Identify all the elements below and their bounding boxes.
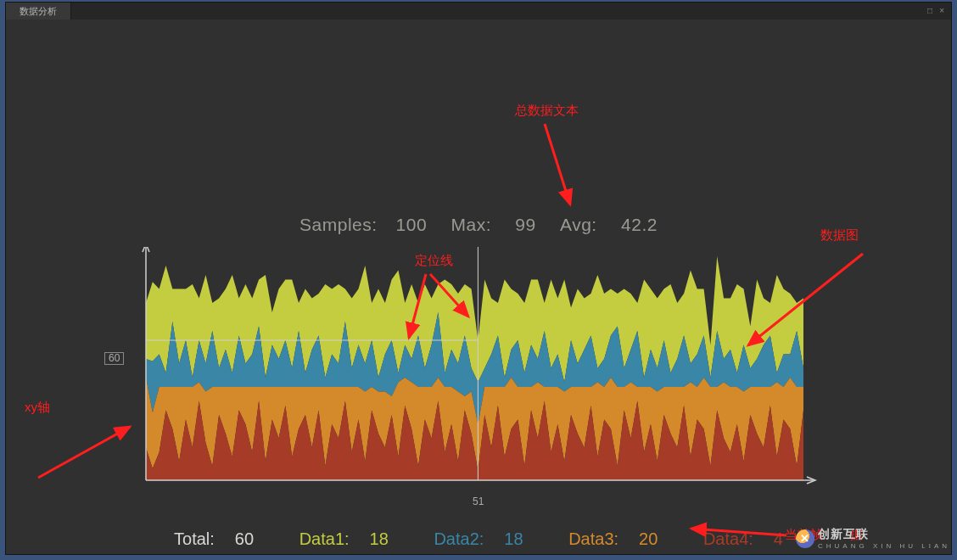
annot-summary: 总数据文本 <box>515 103 579 119</box>
avg-stat: Avg: 42.2 <box>560 215 658 234</box>
window: 数据分析 □ × Samples:100 Max: 99 Avg: 42.2 <box>5 2 952 555</box>
chart-svg <box>137 247 820 493</box>
tab-label: 数据分析 <box>20 7 57 16</box>
max-label: Max: <box>451 215 492 234</box>
arrow-summary <box>523 120 583 213</box>
legend-d4-value: 4 <box>774 529 783 548</box>
watermark: ✕ 创新互联 CHUANG XIN HU LIAN <box>796 527 950 550</box>
avg-label: Avg: <box>560 215 597 234</box>
legend-data4: Data4:4 <box>693 529 793 548</box>
svg-line-8 <box>38 427 130 478</box>
chart[interactable] <box>137 247 820 493</box>
svg-line-4 <box>545 124 570 204</box>
legend-data1: Data1:18 <box>289 529 404 548</box>
legend-total-value: 60 <box>235 529 254 548</box>
max-stat: Max: 99 <box>451 215 542 234</box>
app-outer: 数据分析 □ × Samples:100 Max: 99 Avg: 42.2 <box>0 0 957 560</box>
legend-data3: Data3:20 <box>558 529 673 548</box>
window-controls: □ × <box>927 7 951 15</box>
legend-d1-label: Data1: <box>299 529 350 548</box>
legend-d2-label: Data2: <box>434 529 484 548</box>
legend-total: Total:60 <box>164 529 269 548</box>
tab-data-analysis[interactable]: 数据分析 <box>6 3 71 20</box>
legend-d3-value: 20 <box>639 529 658 548</box>
legend-d1-value: 18 <box>370 529 389 548</box>
legend-total-label: Total: <box>174 529 215 548</box>
watermark-sub: CHUANG XIN HU LIAN <box>818 542 950 550</box>
x-tick-51: 51 <box>473 496 484 507</box>
close-icon[interactable]: × <box>939 7 944 15</box>
avg-value: 42.2 <box>621 215 658 234</box>
max-value: 99 <box>515 215 535 234</box>
arrow-xy-axis <box>30 418 140 486</box>
y-tick-60: 60 <box>104 352 124 365</box>
samples-stat: Samples:100 <box>299 215 432 234</box>
legend-d3-label: Data3: <box>568 529 618 548</box>
titlebar: 数据分析 □ × <box>6 3 951 20</box>
legend-d4-label: Data4: <box>703 529 753 548</box>
watermark-text: 创新互联 CHUANG XIN HU LIAN <box>818 527 950 550</box>
content-area: Samples:100 Max: 99 Avg: 42.2 60 51 Tota… <box>6 20 951 554</box>
legend-d2-value: 18 <box>504 529 523 548</box>
summary-text: Samples:100 Max: 99 Avg: 42.2 <box>6 215 951 235</box>
samples-value: 100 <box>396 215 428 234</box>
minimize-icon[interactable]: □ <box>927 7 932 15</box>
watermark-brand: 创新互联 <box>818 527 869 540</box>
watermark-logo-icon: ✕ <box>796 529 814 548</box>
samples-label: Samples: <box>299 215 378 234</box>
annot-xy-axis: xy轴 <box>25 400 50 416</box>
legend-data2: Data2:18 <box>423 529 538 548</box>
